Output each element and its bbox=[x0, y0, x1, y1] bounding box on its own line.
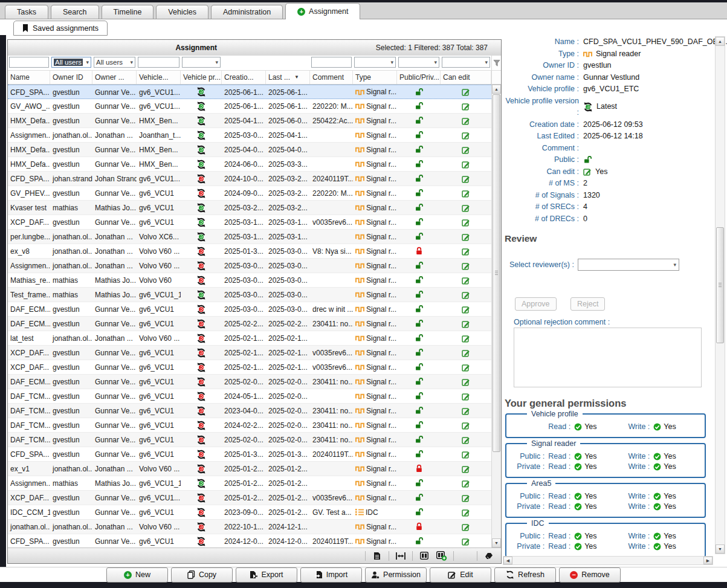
add-columns-button[interactable] bbox=[436, 551, 448, 561]
chevron-down-icon: ▾ bbox=[86, 59, 89, 65]
column-header-9[interactable]: Public/Priv... bbox=[397, 71, 441, 84]
table-row[interactable]: CFD_SPA...gvestlunGunnar Ve...gv6_VCU1..… bbox=[8, 85, 491, 99]
filter-select-4[interactable]: ▾ bbox=[182, 57, 221, 68]
table-row[interactable]: Assignmen...mathiasMathias Jo...gv6_VCU1… bbox=[8, 476, 491, 491]
vehicle-profile-version-icon bbox=[196, 305, 206, 314]
tab-administration[interactable]: Administration bbox=[211, 5, 283, 19]
filter-input-7[interactable] bbox=[311, 57, 352, 68]
panel-scroll-left-button[interactable]: ◀ bbox=[503, 557, 512, 564]
panel-scroll-thumb[interactable] bbox=[716, 227, 724, 343]
column-header-8[interactable]: Type bbox=[353, 71, 397, 84]
grid-scroll-thumb[interactable] bbox=[493, 94, 500, 452]
plus-circle-icon: + bbox=[124, 571, 132, 579]
column-header-3[interactable]: Vehicle... bbox=[137, 71, 181, 84]
table-row[interactable]: DAF_ECM...gvestlunGunnar Ve...gv6_VCU1 2… bbox=[8, 375, 491, 389]
reviewer-select[interactable]: ▾ bbox=[578, 259, 679, 271]
table-row[interactable]: Assignmen...jonathan.ol...Jonathan ...Vo… bbox=[8, 259, 491, 273]
table-row[interactable]: XCP_DAF...gvestlunGunnar Ve...gv6_VCU1 2… bbox=[8, 215, 491, 230]
permission-button[interactable]: Permission bbox=[365, 567, 427, 583]
table-row[interactable]: HMX_Defa...gvestlunGunnar Ve...HMX_Ben..… bbox=[8, 157, 491, 172]
column-header-0[interactable]: Name bbox=[8, 71, 50, 84]
table-row[interactable]: HMX_Defa...gvestlunGunnar Ve...HMX_Ben..… bbox=[8, 143, 491, 157]
table-row[interactable]: XCP_DAF...gvestlunGunnar Ve...gv6_VCU1 2… bbox=[8, 346, 491, 360]
table-row[interactable]: Mathias_re...mathiasMathias Jo...Volvo V… bbox=[8, 273, 491, 288]
filter-select-1[interactable]: All users▾ bbox=[51, 57, 91, 68]
signal-reader-icon bbox=[355, 131, 364, 139]
filter-funnel-button[interactable] bbox=[492, 56, 501, 71]
approve-button[interactable]: Approve bbox=[515, 297, 557, 311]
table-row[interactable]: DAF_TCM...gvestlunGunnar Ve...gv6_VCU1 2… bbox=[8, 418, 491, 433]
tab-search[interactable]: Search bbox=[51, 5, 99, 19]
import-button[interactable]: Import bbox=[300, 567, 362, 583]
scroll-grip-icon bbox=[719, 283, 722, 288]
table-row[interactable]: DAF_TCM...gvestlunGunnar Ve...gv6_VCU1 2… bbox=[8, 389, 491, 404]
filter-select-10[interactable]: ▾ bbox=[442, 57, 490, 68]
table-row[interactable]: DAF_ECM...gvestlunGunnar Ve...gv6_VCU1 2… bbox=[8, 317, 491, 331]
table-row[interactable]: CFD_SPA...gvestlunGunnar Ve...gv6_VCU1 2… bbox=[8, 534, 491, 548]
table-row[interactable]: DAF_TCM...gvestlunGunnar Ve...gv6_VCU1 2… bbox=[8, 404, 491, 418]
column-header-5[interactable]: Creatio... bbox=[222, 71, 266, 84]
reject-button[interactable]: Reject bbox=[570, 297, 605, 311]
column-header-1[interactable]: Owner ID bbox=[50, 71, 92, 84]
filter-select-9[interactable]: ▾ bbox=[398, 57, 439, 68]
table-row[interactable]: XCP_DAF...gvestlunGunnar Ve...gv6_VCU1..… bbox=[8, 491, 491, 505]
copy-button[interactable]: Copy bbox=[171, 567, 233, 583]
eraser-icon bbox=[485, 552, 493, 560]
tab-saved-assignments[interactable]: Saved assignments bbox=[13, 21, 108, 36]
table-row[interactable]: Assignmen...jonathan.ol...Jonathan ...Jo… bbox=[8, 128, 491, 143]
export-grid-button[interactable] bbox=[371, 551, 383, 561]
table-row[interactable]: per.lungbe...jonathan.ol...Jonathan ...V… bbox=[8, 230, 491, 244]
fit-columns-button[interactable] bbox=[395, 551, 407, 561]
filter-select-2[interactable]: All users▾ bbox=[94, 57, 135, 68]
table-row[interactable]: DAF_ECM...gvestlunGunnar Ve...gv6_VCU1 2… bbox=[8, 302, 491, 317]
tab-timeline[interactable]: Timeline bbox=[102, 5, 154, 19]
filter-input-0[interactable] bbox=[9, 57, 49, 68]
tab-vehicles[interactable]: Vehicles bbox=[156, 5, 208, 19]
table-row[interactable]: XCP_DAF...gvestlunGunnar Ve...gv6_VCU1 2… bbox=[8, 360, 491, 375]
refresh-button[interactable]: Refresh bbox=[494, 567, 556, 583]
table-row[interactable]: GV_PHEV...gvestlunGunnar Ve...gv6_VCU1 2… bbox=[8, 186, 491, 201]
column-header-10[interactable]: Can edit bbox=[441, 71, 491, 84]
table-row[interactable]: HMX_Defa...gvestlunGunnar Ve...HMX_Ben..… bbox=[8, 114, 491, 128]
refresh-grid-button[interactable] bbox=[459, 551, 471, 561]
new-button[interactable]: +New bbox=[106, 567, 168, 583]
cell-comment bbox=[310, 143, 353, 157]
panel-scroll-down-button[interactable]: ▼ bbox=[716, 544, 725, 554]
grid-scroll-up-button[interactable]: ▲ bbox=[492, 85, 501, 94]
cell-creation-date: 2025-02-1... bbox=[222, 360, 266, 374]
panel-scroll-up-button[interactable]: ▲ bbox=[716, 37, 725, 46]
table-row[interactable]: ex_v8jonathan.ol...Jonathan ...Volvo V60… bbox=[8, 244, 491, 259]
tab-assignment[interactable]: +Assignment bbox=[285, 3, 360, 19]
table-row[interactable]: lat_testjonathan.ol...Jonathan ...Volvo … bbox=[8, 331, 491, 346]
column-header-6[interactable]: Last ...▼ bbox=[266, 71, 310, 84]
cell-public-private bbox=[397, 462, 441, 476]
detail-row: # of Signals : 1320 bbox=[503, 190, 713, 202]
tab-tasks[interactable]: Tasks bbox=[5, 5, 48, 19]
table-row[interactable]: Kvaser testmathiasMathias Jo...gv6_VCU1 … bbox=[8, 201, 491, 215]
table-row[interactable]: CFD_SPA...johan.strandJohan Strandgv6_VC… bbox=[8, 172, 491, 186]
detail-value: 0 bbox=[579, 213, 587, 225]
table-row[interactable]: GV_AWO_...gvestlunGunnar Ve...gv6_VCU1..… bbox=[8, 99, 491, 114]
filter-input-3[interactable] bbox=[138, 57, 179, 68]
cell-vehicle: gv6_VCU1 bbox=[137, 534, 181, 548]
table-row[interactable]: ex_v1jonathan.ol...Jonathan ...Volvo V60… bbox=[8, 462, 491, 476]
panel-vertical-scrollbar: ▲ ▼ bbox=[715, 36, 725, 554]
grid-scroll-down-button[interactable]: ▼ bbox=[492, 538, 501, 548]
table-row[interactable]: Test_frame...mathiasMathias Jo...gv6_VCU… bbox=[8, 288, 491, 302]
column-header-2[interactable]: Owner ... bbox=[92, 71, 137, 84]
column-header-4[interactable]: Vehicle pr... bbox=[181, 71, 222, 84]
column-header-7[interactable]: Comment bbox=[310, 71, 353, 84]
edit-button[interactable]: Edit bbox=[430, 567, 491, 583]
clear-filters-button[interactable] bbox=[483, 551, 495, 561]
table-row[interactable]: DAF_TCM...gvestlunGunnar Ve...gv6_VCU1 2… bbox=[8, 433, 491, 447]
remove-button[interactable]: −Remove bbox=[559, 567, 621, 583]
rejection-comment-textarea[interactable] bbox=[514, 328, 702, 387]
filter-select-8[interactable]: ▾ bbox=[354, 57, 396, 68]
panel-scroll-right-button[interactable]: ▶ bbox=[703, 557, 712, 564]
table-row[interactable]: IDC_CCM_1gvestlunGunnar Ve...gv6_VCU1 20… bbox=[8, 505, 491, 520]
choose-columns-button[interactable] bbox=[418, 551, 430, 561]
cell-vehicle: gv6_VCU1_1 bbox=[137, 476, 181, 490]
export-button[interactable]: Export bbox=[236, 567, 297, 583]
table-row[interactable]: jonathan.ol...jonathan.ol...Jonathan ...… bbox=[8, 520, 491, 534]
table-row[interactable]: CFD_SPA...gvestlunGunnar Ve...gv6_VCU1 2… bbox=[8, 447, 491, 462]
